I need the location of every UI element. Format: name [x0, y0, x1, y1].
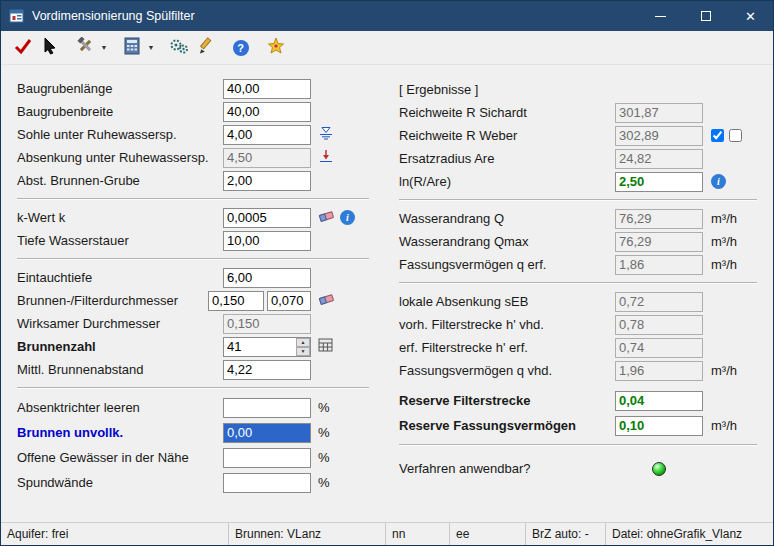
maximize-button[interactable]: [683, 1, 728, 31]
cursor-arrow-icon: [41, 37, 59, 58]
field-label: k-Wert k: [17, 210, 223, 225]
weber-checkbox-1[interactable]: [711, 129, 724, 142]
row-extras: [311, 338, 369, 355]
tools-button[interactable]: [71, 35, 98, 61]
spin-up-icon[interactable]: ▲: [296, 338, 310, 347]
chevron-down-icon: ▼: [101, 44, 108, 51]
row-extras: %: [311, 475, 369, 490]
minimize-button[interactable]: [638, 1, 683, 31]
spin-down-icon[interactable]: ▼: [296, 347, 310, 356]
results-header: [ Ergebnisse ]: [399, 77, 757, 101]
wizard-button[interactable]: [262, 35, 289, 61]
wizard-star-icon: [267, 37, 285, 58]
separator: [399, 199, 757, 201]
wasserandrang-q-output: [615, 209, 703, 229]
baugrubenlaenge-input[interactable]: [223, 79, 311, 99]
row-extras: i: [311, 210, 369, 226]
annotate-button[interactable]: [192, 35, 219, 61]
row-lokale-absenkung: lokale Absenkung sEB: [399, 290, 757, 313]
settings-button[interactable]: [165, 35, 192, 61]
eintauchtiefe-input[interactable]: [223, 268, 311, 288]
tools-dropdown[interactable]: ▼: [98, 35, 110, 61]
row-extras: [311, 126, 369, 143]
row-absenktrichter: Absenktrichter leeren %: [17, 395, 369, 420]
row-extras: %: [311, 400, 369, 415]
ln-r-are-output[interactable]: [615, 172, 703, 192]
row-sohle: Sohle unter Ruhewassersp.: [17, 123, 369, 146]
spundwaende-input[interactable]: [223, 473, 311, 493]
field-label: Eintauchtiefe: [17, 270, 223, 285]
status-led-green-icon: [652, 462, 666, 476]
brunnenzahl-calc-button[interactable]: [318, 338, 333, 355]
row-baugrubenlaenge: Baugrubenlänge: [17, 77, 369, 100]
baugrubenbreite-input[interactable]: [223, 102, 311, 122]
filterdurchmesser-input[interactable]: [267, 291, 311, 311]
row-erf-filterstrecke: erf. Filterstrecke h' erf.: [399, 336, 757, 359]
row-mittl-brunnenabstand: Mittl. Brunnenabstand: [17, 358, 369, 381]
minimize-icon: [655, 16, 666, 17]
row-extras: %: [311, 450, 369, 465]
row-fassungsvermoegen-erf: Fassungsvermögen q erf. m³/h: [399, 253, 757, 276]
offene-gewaesser-input[interactable]: [223, 448, 311, 468]
ersatzradius-output: [615, 149, 703, 169]
field-label: Sohle unter Ruhewassersp.: [17, 127, 223, 142]
durchmesser-clear-button[interactable]: [318, 293, 335, 309]
row-brunnen-unvollk: Brunnen unvollk. %: [17, 420, 369, 445]
status-ee: ee: [450, 523, 526, 545]
row-abstand-brunnen-grube: Abst. Brunnen-Grube: [17, 169, 369, 192]
info-icon[interactable]: i: [340, 210, 355, 225]
k-wert-clear-button[interactable]: [318, 210, 335, 226]
row-verfahren-anwendbar: Verfahren anwendbar?: [399, 456, 757, 481]
calculator-dropdown[interactable]: ▼: [145, 35, 157, 61]
row-absenkung: Absenkung unter Ruhewassersp.: [17, 146, 369, 169]
field-label: Tiefe Wasserstauer: [17, 233, 223, 248]
calculator-icon: [123, 37, 141, 58]
result-label: Reserve Fassungsvermögen: [399, 418, 615, 433]
help-icon: ?: [233, 40, 249, 56]
brunnendurchmesser-input[interactable]: [208, 291, 264, 311]
status-brz-auto: BrZ auto: -: [526, 523, 606, 545]
fassungsvermoegen-vhd-output: [615, 361, 703, 381]
row-ln-r-are: ln(R/Are) i: [399, 170, 757, 193]
brunnen-unvollk-input[interactable]: [223, 423, 311, 443]
check-icon: [14, 37, 32, 58]
row-wirksamer-durchmesser: Wirksamer Durchmesser: [17, 312, 369, 335]
help-button[interactable]: ?: [227, 35, 254, 61]
field-label: Baugrubenbreite: [17, 104, 223, 119]
toolbar: ▼ ▼: [1, 31, 773, 65]
row-unit: [703, 129, 757, 142]
confirm-button[interactable]: [9, 35, 36, 61]
unit-label: m³/h: [703, 234, 757, 249]
tiefe-wasserstauer-input[interactable]: [223, 231, 311, 251]
field-label: Mittl. Brunnenabstand: [17, 362, 223, 377]
wasserandrang-qmax-output: [615, 232, 703, 252]
row-unit: i: [703, 174, 757, 189]
drawdown-button[interactable]: [318, 149, 334, 166]
k-wert-input[interactable]: [223, 208, 311, 228]
weber-checkbox-2[interactable]: [729, 129, 742, 142]
brunnenabstand-input[interactable]: [223, 360, 311, 380]
groundwater-level-button[interactable]: [318, 126, 334, 143]
sohle-input[interactable]: [223, 125, 311, 145]
result-label: Wasserandrang Q: [399, 211, 615, 226]
close-button[interactable]: ✕: [728, 1, 773, 31]
row-vorh-filterstrecke: vorh. Filterstrecke h' vhd.: [399, 313, 757, 336]
info-icon[interactable]: i: [711, 174, 726, 189]
drawdown-icon: [318, 149, 334, 166]
separator: [17, 198, 369, 200]
chevron-down-icon: ▼: [148, 44, 155, 51]
reichweite-sichardt-output: [615, 103, 703, 123]
wirksamer-durchmesser-input: [223, 314, 311, 334]
row-eintauchtiefe: Eintauchtiefe: [17, 266, 369, 289]
absenktrichter-input[interactable]: [223, 398, 311, 418]
titlebar: Vordimensionierung Spülfilter ✕: [1, 1, 773, 31]
calculator-button[interactable]: [118, 35, 145, 61]
status-led-cell: [615, 462, 703, 476]
row-offene-gewaesser: Offene Gewässer in der Nähe %: [17, 445, 369, 470]
row-wasserandrang-q: Wasserandrang Q m³/h: [399, 207, 757, 230]
abstand-input[interactable]: [223, 171, 311, 191]
results-panel: [ Ergebnisse ] Reichweite R Sichardt Rei…: [399, 77, 757, 522]
absenkung-input: [223, 148, 311, 168]
pointer-button[interactable]: [36, 35, 63, 61]
row-extras: %: [311, 425, 369, 440]
